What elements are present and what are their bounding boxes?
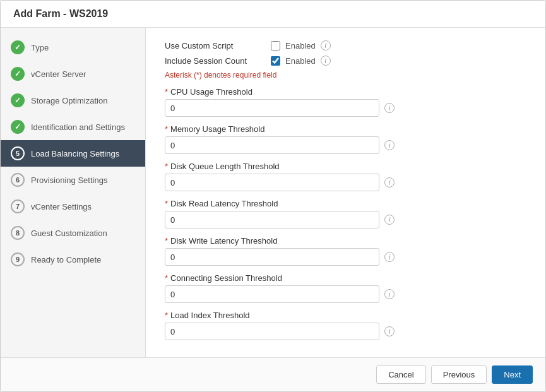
field-label-cpu_usage: * CPU Usage Threshold <box>165 87 526 97</box>
field-row-memory_usage: i <box>165 136 526 154</box>
step-icon-8: 8 <box>11 226 25 240</box>
sidebar-item-label-9: Ready to Complete <box>31 255 101 264</box>
sidebar-item-9[interactable]: 9Ready to Complete <box>1 246 145 273</box>
field-info-icon-disk_queue[interactable]: i <box>384 177 395 187</box>
sidebar-item-6[interactable]: 6Provisioning Settings <box>1 167 145 193</box>
field-label-memory_usage: * Memory Usage Threshold <box>165 124 526 134</box>
sidebar-item-3[interactable]: ✓Storage Optimization <box>1 87 145 114</box>
previous-button[interactable]: Previous <box>431 365 487 384</box>
step-icon-3: ✓ <box>11 93 25 107</box>
field-input-memory_usage[interactable] <box>165 136 379 154</box>
sidebar-item-label-2: vCenter Server <box>31 69 86 79</box>
include-session-info-icon[interactable]: i <box>321 56 331 66</box>
field-row-connecting_session: i <box>165 285 526 303</box>
cancel-button[interactable]: Cancel <box>376 365 425 384</box>
sidebar-item-1[interactable]: ✓Type <box>1 34 145 61</box>
field-row-disk_write: i <box>165 248 526 266</box>
include-session-label: Include Session Count <box>165 56 266 66</box>
sidebar-item-4[interactable]: ✓Identification and Settings <box>1 114 145 140</box>
step-icon-6: 6 <box>11 173 25 187</box>
sidebar-item-label-6: Provisioning Settings <box>31 175 107 185</box>
field-info-icon-memory_usage[interactable]: i <box>384 140 395 150</box>
required-star: * <box>165 124 168 134</box>
required-star: * <box>165 199 168 208</box>
field-label-connecting_session: * Connecting Session Threshold <box>165 273 526 283</box>
sidebar-item-2[interactable]: ✓vCenter Server <box>1 61 145 87</box>
field-row-disk_queue: i <box>165 174 526 191</box>
step-icon-7: 7 <box>11 199 25 213</box>
sidebar-item-5[interactable]: 5Load Balancing Settings <box>1 140 145 167</box>
step-icon-2: ✓ <box>11 67 25 81</box>
field-info-icon-cpu_usage[interactable]: i <box>384 103 395 113</box>
required-star: * <box>165 87 168 97</box>
required-note: Asterisk (*) denotes required field <box>165 71 526 80</box>
field-input-disk_queue[interactable] <box>165 174 379 191</box>
step-icon-9: 9 <box>11 252 25 266</box>
required-star: * <box>165 273 168 283</box>
dialog-footer: Cancel Previous Next <box>1 357 545 391</box>
field-row-cpu_usage: i <box>165 99 526 117</box>
field-info-icon-disk_read[interactable]: i <box>384 215 395 225</box>
include-session-row: Include Session Count Enabled i <box>165 56 526 66</box>
field-label-disk_queue: * Disk Queue Length Threshold <box>165 162 526 171</box>
step-icon-5: 5 <box>11 146 25 160</box>
include-session-checkbox[interactable] <box>271 56 280 66</box>
field-label-load_index: * Load Index Threshold <box>165 311 526 320</box>
dialog-body: ✓Type✓vCenter Server✓Storage Optimizatio… <box>1 28 545 357</box>
custom-script-label: Use Custom Script <box>165 41 266 50</box>
sidebar-item-label-5: Load Balancing Settings <box>31 149 119 158</box>
sidebar-item-label-3: Storage Optimization <box>31 96 107 105</box>
sidebar-item-label-1: Type <box>31 43 49 52</box>
field-group-disk_read: * Disk Read Latency Thresholdi <box>165 199 526 229</box>
field-input-cpu_usage[interactable] <box>165 99 379 117</box>
field-input-connecting_session[interactable] <box>165 285 379 303</box>
field-group-disk_queue: * Disk Queue Length Thresholdi <box>165 162 526 191</box>
required-star: * <box>165 311 168 320</box>
next-button[interactable]: Next <box>492 365 533 384</box>
main-content: Use Custom Script Enabled i Include Sess… <box>146 28 545 357</box>
include-session-enabled-text: Enabled <box>285 56 316 66</box>
sidebar: ✓Type✓vCenter Server✓Storage Optimizatio… <box>1 28 146 357</box>
field-input-disk_read[interactable] <box>165 211 379 229</box>
field-input-load_index[interactable] <box>165 323 379 340</box>
field-row-disk_read: i <box>165 211 526 229</box>
custom-script-checkbox[interactable] <box>271 41 280 50</box>
field-group-disk_write: * Disk Write Latency Thresholdi <box>165 236 526 266</box>
field-info-icon-disk_write[interactable]: i <box>384 252 395 262</box>
custom-script-enabled-text: Enabled <box>285 41 316 50</box>
required-star: * <box>165 236 168 246</box>
sidebar-item-label-7: vCenter Settings <box>31 202 92 211</box>
sidebar-item-7[interactable]: 7vCenter Settings <box>1 193 145 220</box>
required-star: * <box>165 162 168 171</box>
sidebar-item-label-4: Identification and Settings <box>31 122 125 132</box>
field-row-load_index: i <box>165 323 526 340</box>
custom-script-info-icon[interactable]: i <box>321 40 331 50</box>
field-label-disk_read: * Disk Read Latency Threshold <box>165 199 526 208</box>
sidebar-item-label-8: Guest Customization <box>31 229 107 238</box>
step-icon-1: ✓ <box>11 40 25 54</box>
field-info-icon-connecting_session[interactable]: i <box>384 289 395 299</box>
field-group-cpu_usage: * CPU Usage Thresholdi <box>165 87 526 117</box>
fields-container: * CPU Usage Thresholdi* Memory Usage Thr… <box>165 87 526 340</box>
field-label-disk_write: * Disk Write Latency Threshold <box>165 236 526 246</box>
field-group-memory_usage: * Memory Usage Thresholdi <box>165 124 526 154</box>
add-farm-dialog: Add Farm - WS2019 ✓Type✓vCenter Server✓S… <box>0 0 546 392</box>
field-input-disk_write[interactable] <box>165 248 379 266</box>
field-group-load_index: * Load Index Thresholdi <box>165 311 526 340</box>
field-info-icon-load_index[interactable]: i <box>384 326 395 336</box>
custom-script-row: Use Custom Script Enabled i <box>165 40 526 50</box>
sidebar-item-8[interactable]: 8Guest Customization <box>1 220 145 246</box>
field-group-connecting_session: * Connecting Session Thresholdi <box>165 273 526 303</box>
dialog-title: Add Farm - WS2019 <box>1 1 545 28</box>
step-icon-4: ✓ <box>11 120 25 134</box>
